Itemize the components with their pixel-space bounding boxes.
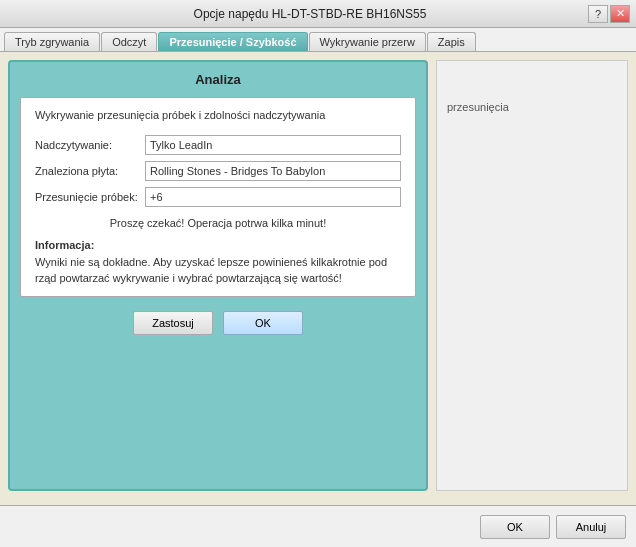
side-panel-text: przesunięcia [447, 101, 509, 113]
przesunięcie-probek-input[interactable] [145, 187, 401, 207]
help-button[interactable]: ? [588, 5, 608, 23]
info-label: Informacja: [35, 239, 401, 251]
dialog-inner: Wykrywanie przesunięcia próbek i zdolnoś… [20, 97, 416, 297]
przesunięcie-probek-row: Przesunięcie próbek: [35, 187, 401, 207]
close-button[interactable]: ✕ [610, 5, 630, 23]
waiting-text: Proszę czekać! Operacja potrwa kilka min… [35, 217, 401, 229]
tabs-bar: Tryb zgrywania Odczyt Przesunięcie / Szy… [0, 28, 636, 52]
znaleziona-plyta-row: Znaleziona płyta: [35, 161, 401, 181]
dialog-buttons: Zastosuj OK [20, 311, 416, 335]
window-title: Opcje napędu HL-DT-STBD-RE BH16NS55 [32, 7, 588, 21]
side-panel: przesunięcia [436, 60, 628, 491]
tab-zapis[interactable]: Zapis [427, 32, 476, 51]
znaleziona-plyta-input[interactable] [145, 161, 401, 181]
title-bar: Opcje napędu HL-DT-STBD-RE BH16NS55 ? ✕ [0, 0, 636, 28]
przesunięcie-probek-label: Przesunięcie próbek: [35, 191, 145, 203]
ok-dialog-button[interactable]: OK [223, 311, 303, 335]
title-bar-buttons: ? ✕ [588, 5, 630, 23]
cancel-bottom-button[interactable]: Anuluj [556, 515, 626, 539]
bottom-bar: OK Anuluj [0, 505, 636, 547]
main-content: Analiza Wykrywanie przesunięcia próbek i… [0, 52, 636, 499]
tab-tryb-zgrywania[interactable]: Tryb zgrywania [4, 32, 100, 51]
dialog-description: Wykrywanie przesunięcia próbek i zdolnoś… [35, 108, 401, 123]
info-text: Wyniki nie są dokładne. Aby uzyskać leps… [35, 255, 401, 286]
znaleziona-plyta-label: Znaleziona płyta: [35, 165, 145, 177]
tab-wykrywanie[interactable]: Wykrywanie przerw [309, 32, 426, 51]
dialog-panel: Analiza Wykrywanie przesunięcia próbek i… [8, 60, 428, 491]
dialog-title: Analiza [20, 72, 416, 87]
tab-odczyt[interactable]: Odczyt [101, 32, 157, 51]
nadczytywanie-row: Nadczytywanie: [35, 135, 401, 155]
ok-bottom-button[interactable]: OK [480, 515, 550, 539]
tab-przesunięcie[interactable]: Przesunięcie / Szybkość [158, 32, 307, 51]
apply-button[interactable]: Zastosuj [133, 311, 213, 335]
info-section: Informacja: Wyniki nie są dokładne. Aby … [35, 239, 401, 286]
nadczytywanie-label: Nadczytywanie: [35, 139, 145, 151]
nadczytywanie-input[interactable] [145, 135, 401, 155]
